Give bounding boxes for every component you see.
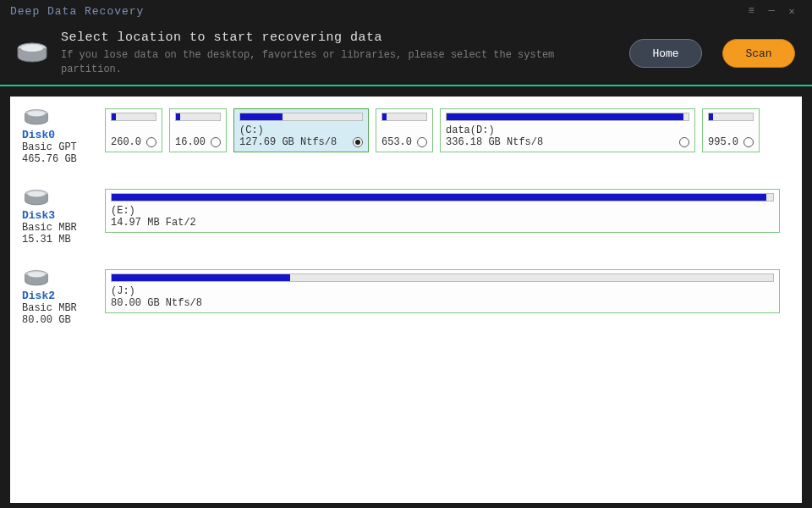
partition-radio[interactable] <box>679 137 689 147</box>
partition-radio[interactable] <box>743 137 754 147</box>
partition-letter <box>111 124 156 136</box>
disk-name: Disk3 <box>22 209 98 222</box>
partition-info: 995.00 . <box>708 136 754 148</box>
partition-list: (E:) 14.97 MB Fat/2 <box>105 189 790 233</box>
partition[interactable]: (C:) 127.69 GB Ntfs/8 <box>233 108 369 152</box>
disk-size: 80.00 GB <box>22 314 98 326</box>
partition-size-label: 127.69 GB Ntfs/8 <box>239 136 348 148</box>
disk-size: 465.76 GB <box>22 153 98 165</box>
partition[interactable]: 260.00 . <box>105 108 162 152</box>
app-title: Deep Data Recovery <box>10 5 144 18</box>
disk-size: 15.31 MB <box>22 234 98 246</box>
disk-icon <box>22 108 98 127</box>
svg-point-3 <box>28 111 45 116</box>
partition-letter: (E:) <box>111 205 774 217</box>
svg-point-5 <box>28 191 45 196</box>
disk-header: Disk2 Basic MBR 80.00 GB <box>22 269 98 326</box>
header: Select location to start recovering data… <box>0 22 812 85</box>
disk-type: Basic GPT <box>22 141 98 153</box>
divider <box>0 85 812 86</box>
partition-info: 16.00 M. <box>175 136 221 148</box>
partition[interactable]: 995.00 . <box>702 108 760 152</box>
partition-list: 260.00 . 16.00 M. (C:) 127.69 GB Ntfs/8 <box>105 108 790 152</box>
partition[interactable]: 653.00 . <box>376 108 433 152</box>
partition-letter: (J:) <box>111 285 774 297</box>
disk-type: Basic MBR <box>22 222 98 234</box>
usage-fill <box>709 113 713 120</box>
content-area: Disk0 Basic GPT 465.76 GB 260.00 . 16.00… <box>10 97 802 503</box>
partition[interactable]: (J:) 80.00 GB Ntfs/8 <box>105 269 780 313</box>
partition-radio[interactable] <box>417 137 427 147</box>
usage-bar <box>111 113 156 121</box>
disk-header: Disk3 Basic MBR 15.31 MB <box>22 189 98 246</box>
partition-size-label: 995.00 . <box>708 136 738 148</box>
usage-fill <box>240 113 283 120</box>
svg-point-1 <box>21 45 43 52</box>
partition-radio[interactable] <box>353 137 363 147</box>
drive-icon <box>15 41 49 65</box>
disk-row: Disk0 Basic GPT 465.76 GB 260.00 . 16.00… <box>22 108 790 165</box>
partition[interactable]: (E:) 14.97 MB Fat/2 <box>105 189 780 233</box>
usage-fill <box>112 194 766 201</box>
partition-letter <box>175 124 221 136</box>
disk-icon <box>22 189 98 207</box>
usage-fill <box>112 113 116 120</box>
header-text: Select location to start recovering data… <box>61 30 617 75</box>
partition-size-label: 80.00 GB Ntfs/8 <box>111 297 774 309</box>
partition-size-label: 653.00 . <box>381 136 412 148</box>
page-subtitle: If you lose data on the desktop, favorit… <box>61 48 617 75</box>
disk-icon <box>22 269 98 288</box>
partition-info: 336.18 GB Ntfs/8 <box>446 136 689 148</box>
usage-bar <box>111 273 774 282</box>
disk-name: Disk0 <box>22 129 98 141</box>
usage-fill <box>176 113 180 120</box>
menu-icon[interactable]: ≡ <box>741 5 761 17</box>
titlebar: Deep Data Recovery ≡ — ✕ <box>0 0 812 22</box>
disk-row: Disk3 Basic MBR 15.31 MB (E:) 14.97 MB F… <box>22 189 790 246</box>
partition-list: (J:) 80.00 GB Ntfs/8 <box>105 269 790 313</box>
partition-info: 14.97 MB Fat/2 <box>111 217 774 229</box>
close-icon[interactable]: ✕ <box>782 5 802 18</box>
scan-button[interactable]: Scan <box>722 39 795 68</box>
disk-type: Basic MBR <box>22 302 98 314</box>
usage-bar <box>111 193 774 202</box>
partition-radio[interactable] <box>146 137 156 147</box>
disk-name: Disk2 <box>22 290 98 302</box>
usage-bar <box>175 113 221 121</box>
partition-info: 260.00 . <box>111 136 156 148</box>
usage-bar <box>381 113 427 121</box>
disk-row: Disk2 Basic MBR 80.00 GB (J:) 80.00 GB N… <box>22 269 790 326</box>
usage-fill <box>382 113 387 120</box>
partition-info: 653.00 . <box>381 136 427 148</box>
partition[interactable]: 16.00 M. <box>169 108 227 152</box>
partition-size-label: 14.97 MB Fat/2 <box>111 217 774 229</box>
usage-bar <box>708 113 754 121</box>
partition-info: 127.69 GB Ntfs/8 <box>239 136 363 148</box>
page-title: Select location to start recovering data <box>61 30 617 45</box>
usage-fill <box>112 274 290 281</box>
partition-size-label: 260.00 . <box>111 136 141 148</box>
partition-size-label: 336.18 GB Ntfs/8 <box>446 136 674 148</box>
partition-letter: data(D:) <box>446 124 689 136</box>
partition-info: 80.00 GB Ntfs/8 <box>111 297 774 309</box>
partition[interactable]: data(D:) 336.18 GB Ntfs/8 <box>440 108 695 152</box>
home-button[interactable]: Home <box>629 39 702 68</box>
usage-bar <box>239 113 363 121</box>
svg-point-7 <box>28 272 45 277</box>
partition-letter: (C:) <box>239 124 363 136</box>
partition-radio[interactable] <box>211 137 221 147</box>
usage-bar <box>446 113 689 121</box>
partition-letter <box>708 124 754 136</box>
partition-size-label: 16.00 M. <box>175 136 206 148</box>
usage-fill <box>447 113 683 120</box>
disk-header: Disk0 Basic GPT 465.76 GB <box>22 108 98 165</box>
partition-letter <box>381 124 427 136</box>
minimize-icon[interactable]: — <box>761 5 782 17</box>
